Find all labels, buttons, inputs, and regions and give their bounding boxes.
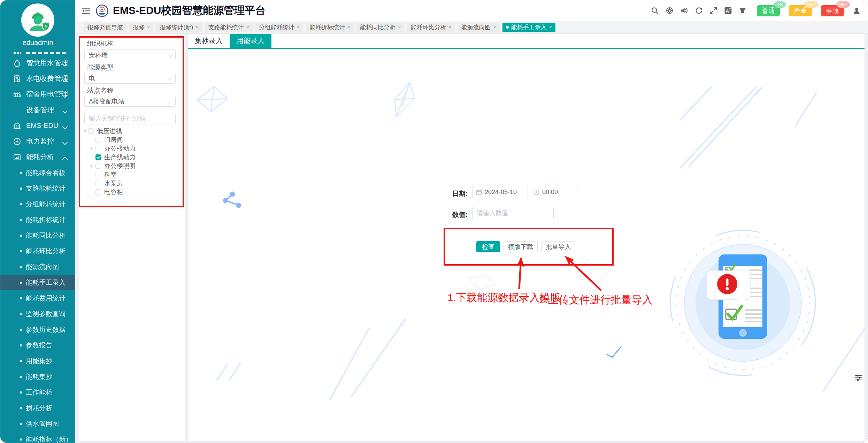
sidebar-subitem-label: 能耗指标（新） <box>26 435 72 443</box>
chevron-down-icon <box>168 53 173 57</box>
sidebar-subitem-供水管网图[interactable]: 供水管网图 <box>0 416 75 431</box>
station-select[interactable]: A楼变配电站 <box>84 96 176 107</box>
tree-checkbox[interactable] <box>95 181 101 186</box>
help-icon[interactable] <box>666 7 674 15</box>
bullet-icon <box>20 266 22 268</box>
page-tab-支路能耗统计[interactable]: 支路能耗统计× <box>205 23 253 32</box>
adjustments-icon[interactable] <box>854 374 862 382</box>
tree-node-办公楼照明[interactable]: 办公楼照明 <box>79 161 185 170</box>
sidebar-subitem-能耗集抄[interactable]: 能耗集抄 <box>0 369 75 384</box>
sidebar-subitem-label: 用能集抄 <box>26 357 52 366</box>
tree-node-科室[interactable]: 科室 <box>79 170 185 179</box>
sidebar-item-宿舍用电管理[interactable]: 宿舍用电管理 <box>0 86 75 102</box>
page-tab-能耗环比分析[interactable]: 能耗环比分析× <box>407 23 455 32</box>
page-tab-报修[interactable]: 报修× <box>129 23 153 32</box>
sidebar-subitem-支路能耗统计[interactable]: 支路能耗统计 <box>0 181 75 196</box>
tree-checkbox[interactable] <box>95 146 101 151</box>
collapse-menu-icon[interactable] <box>82 7 91 15</box>
page-tab-分组能耗统计[interactable]: 分组能耗统计× <box>255 23 303 32</box>
entry-tab-集抄录入[interactable]: 集抄录入 <box>188 34 230 48</box>
close-icon[interactable]: × <box>448 24 451 30</box>
sidebar-subitem-损耗分析[interactable]: 损耗分析 <box>0 400 75 416</box>
template-download-button[interactable]: 模版下载 <box>504 241 538 252</box>
sidebar-item-水电收费管理[interactable]: 水电收费管理 <box>0 71 75 86</box>
tree-filter-input[interactable] <box>84 113 176 124</box>
sidebar-subitem-能耗指标（新）[interactable]: 能耗指标（新） <box>0 431 75 443</box>
tree-node-生产线动力[interactable]: 生产线动力 <box>79 153 185 161</box>
avatar[interactable] <box>21 3 54 37</box>
sidebar-subitem-label: 损耗分析 <box>26 404 52 413</box>
tree-checkbox[interactable] <box>95 137 101 143</box>
page-tab-能耗同比分析[interactable]: 能耗同比分析× <box>356 23 404 32</box>
tree-checkbox[interactable] <box>88 128 94 134</box>
close-icon[interactable]: × <box>398 24 401 30</box>
sidebar-subitem-监测参数查询[interactable]: 监测参数查询 <box>0 306 75 322</box>
tree-node-低压进线[interactable]: 低压进线 <box>79 127 185 135</box>
alarm-badge-事故[interactable]: 事故99+ <box>821 5 844 16</box>
close-icon[interactable]: × <box>297 24 300 30</box>
bullet-icon <box>20 376 22 378</box>
org-select[interactable]: 安科瑞 <box>84 49 176 60</box>
time-input[interactable] <box>530 186 577 198</box>
translate-icon[interactable]: A文 <box>724 7 732 15</box>
theme-icon[interactable] <box>739 7 747 15</box>
sidebar-item-EMS-EDU[interactable]: EMS-EDU <box>0 118 75 133</box>
sidebar-item-电力监控[interactable]: 电力监控 <box>0 133 75 149</box>
sidebar-subitem-参数历史数据[interactable]: 参数历史数据 <box>0 322 75 337</box>
alarm-badge-普通[interactable]: 普通13 <box>757 5 780 16</box>
batch-import-button[interactable]: 批量导入 <box>541 241 575 252</box>
caret-down-icon[interactable] <box>83 130 88 132</box>
search-icon[interactable] <box>651 7 659 15</box>
tree-checkbox[interactable] <box>95 154 101 160</box>
close-icon[interactable]: × <box>493 24 496 30</box>
tree-node-电容柜[interactable]: 电容柜 <box>79 188 185 196</box>
sidebar-subitem-工作能耗[interactable]: 工作能耗 <box>0 384 75 400</box>
tree-checkbox[interactable] <box>95 189 101 195</box>
close-icon[interactable]: × <box>196 24 199 30</box>
bullet-icon <box>20 282 22 284</box>
page-tab-能耗手工录入[interactable]: 能耗手工录入× <box>502 23 555 32</box>
tree-node-办公楼动力[interactable]: 办公楼动力 <box>79 144 185 153</box>
sidebar-subitem-用能集抄[interactable]: 用能集抄 <box>0 353 75 369</box>
sound-icon[interactable] <box>680 7 688 15</box>
close-icon[interactable]: × <box>347 24 350 30</box>
user-icon[interactable] <box>853 7 861 15</box>
date-input[interactable] <box>472 186 528 198</box>
sidebar-subitem-参数报告[interactable]: 参数报告 <box>0 337 75 353</box>
sidebar-subitem-能耗手工录入[interactable]: 能耗手工录入 <box>0 275 75 290</box>
close-icon[interactable]: × <box>549 24 552 30</box>
page-tab-能源流向图[interactable]: 能源流向图× <box>458 23 500 32</box>
refresh-icon[interactable] <box>695 7 703 15</box>
sidebar-item-clipped[interactable] <box>0 49 75 55</box>
page-tab-报修统计(新)[interactable]: 报修统计(新)× <box>156 23 202 32</box>
value-input[interactable] <box>472 207 554 219</box>
page-tab-能耗折标统计[interactable]: 能耗折标统计× <box>306 23 354 32</box>
caret-right-icon[interactable] <box>91 147 95 150</box>
sidebar-subitem-能耗综合看板[interactable]: 能耗综合看板 <box>0 165 75 181</box>
sidebar-subitem-能耗环比分析[interactable]: 能耗环比分析 <box>0 243 75 259</box>
sidebar-item-智慧用水管理[interactable]: 智慧用水管理 <box>0 55 75 71</box>
sidebar-subitem-能源流向图[interactable]: 能源流向图 <box>0 259 75 275</box>
close-icon[interactable]: × <box>147 24 150 30</box>
tree-node-水泵房[interactable]: 水泵房 <box>79 179 185 188</box>
caret-right-icon[interactable] <box>91 164 95 168</box>
page-tab-报修充值导航[interactable]: 报修充值导航 <box>84 23 126 32</box>
bullet-icon <box>20 172 22 174</box>
sidebar-subitem-分组能耗统计[interactable]: 分组能耗统计 <box>0 196 75 212</box>
alarm-badge-严重[interactable]: 严重99+ <box>789 5 812 16</box>
tree-checkbox[interactable] <box>95 163 101 169</box>
tree-node-门房间[interactable]: 门房间 <box>79 135 185 144</box>
bullet-icon <box>20 407 22 409</box>
sidebar-subitem-能耗费用统计[interactable]: 能耗费用统计 <box>0 290 75 306</box>
energy-type-select[interactable]: 电 <box>84 73 176 84</box>
tree-checkbox[interactable] <box>95 172 101 177</box>
sidebar-item-能耗分析[interactable]: 能耗分析 <box>0 149 75 165</box>
close-icon[interactable]: × <box>246 24 249 30</box>
username: eduadmin <box>0 39 75 47</box>
sidebar-subitem-能耗同比分析[interactable]: 能耗同比分析 <box>0 228 75 243</box>
fullscreen-icon[interactable] <box>709 7 717 15</box>
check-button[interactable]: 检查 <box>476 241 500 252</box>
sidebar-subitem-能耗折标统计[interactable]: 能耗折标统计 <box>0 212 75 228</box>
sidebar-item-设备管理[interactable]: 设备管理 <box>0 102 75 118</box>
entry-tab-用能录入[interactable]: 用能录入 <box>230 34 271 48</box>
